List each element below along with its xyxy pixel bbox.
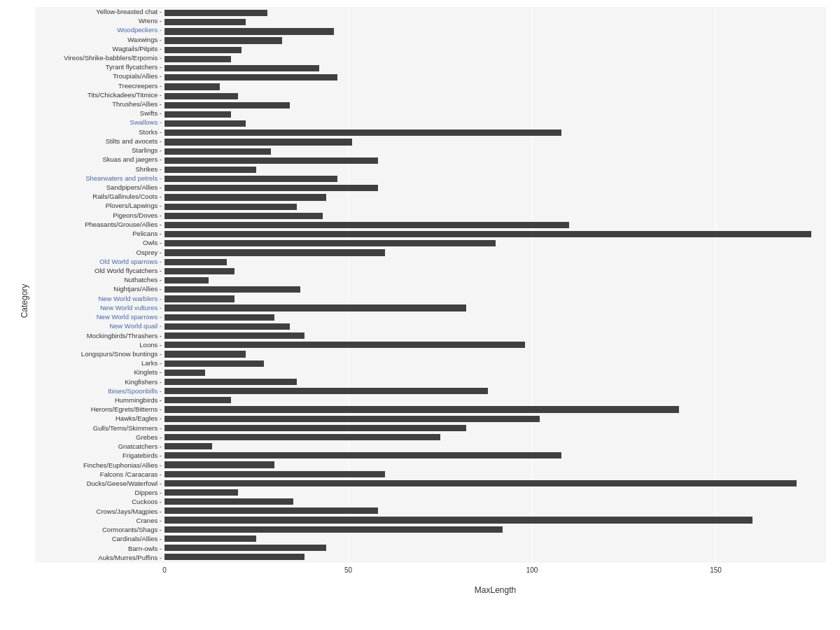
bar <box>164 480 797 486</box>
bar <box>164 416 540 422</box>
bar <box>164 37 282 43</box>
bar <box>164 93 238 99</box>
y-label: Finches/Euphonias/Allies - <box>35 462 162 469</box>
bar-row <box>164 27 826 36</box>
bar <box>164 379 297 385</box>
bar-row <box>164 377 826 386</box>
y-label: Kingfishers - <box>35 379 162 386</box>
bar-row <box>164 18 826 27</box>
y-label: Skuas and jaegers - <box>35 156 162 163</box>
bar-row <box>164 230 826 239</box>
bar <box>164 194 326 200</box>
y-label: Pheasants/Grouse/Allies - <box>35 221 162 228</box>
bar-row <box>164 534 826 543</box>
y-label: Larks - <box>35 360 162 367</box>
y-axis-label: Category <box>20 284 29 318</box>
bar <box>164 222 569 228</box>
bar-row <box>164 55 826 64</box>
bar-row <box>164 101 826 110</box>
y-label: Cormorants/Shags - <box>35 526 162 533</box>
y-label: Mockingbirds/Thrashers - <box>35 332 162 340</box>
y-label: Tyrant flycatchers - <box>35 64 162 71</box>
bar <box>164 231 811 237</box>
bar <box>164 434 440 440</box>
bar-row <box>164 192 826 202</box>
bar-row <box>164 340 826 349</box>
bar-row <box>164 460 826 469</box>
bar-row <box>164 8 826 18</box>
bar-row <box>164 543 826 552</box>
bar-row <box>164 128 826 137</box>
bar <box>164 213 323 219</box>
bar-row <box>164 442 826 451</box>
y-axis-label-container: Category <box>14 7 35 595</box>
y-label: Rails/Gallinules/Coots - <box>35 193 162 200</box>
y-label: Treecreepers - <box>35 83 162 90</box>
y-label: Osprey - <box>35 249 162 256</box>
bar-row <box>164 156 826 165</box>
bar-row <box>164 248 826 257</box>
y-label: Old World sparrows - <box>35 258 162 265</box>
y-label: Thrushes/Allies - <box>35 101 162 108</box>
bar <box>164 498 293 505</box>
bar <box>164 526 503 533</box>
y-label: Swallows - <box>35 119 162 126</box>
y-label: Vireos/Shrike-babblers/Erpornis - <box>35 55 162 62</box>
y-label: Longspurs/Snow buntings - <box>35 351 162 358</box>
bar <box>164 10 267 16</box>
bar-row <box>164 506 826 515</box>
y-label: Gnatcatchers - <box>35 443 162 450</box>
y-label: Dippers - <box>35 489 162 496</box>
y-label: Wrens - <box>35 18 162 24</box>
bar <box>164 176 337 182</box>
bar-row <box>164 488 826 497</box>
chart-container: Category Yellow-breasted chat -Wrens -Wo… <box>0 0 840 630</box>
bar <box>164 351 246 357</box>
bar-row <box>164 304 826 313</box>
bar-row <box>164 211 826 220</box>
bar-row <box>164 220 826 230</box>
y-label: Stilts and avocets - <box>35 138 162 145</box>
bar-row <box>164 525 826 534</box>
bar <box>164 102 290 108</box>
bar-row <box>164 73 826 82</box>
bar <box>164 111 231 118</box>
bar <box>164 507 378 514</box>
y-label: Pigeons/Doves - <box>35 212 162 219</box>
bar-row <box>164 497 826 506</box>
bar-row <box>164 386 826 396</box>
bar <box>164 56 231 62</box>
bar-row <box>164 433 826 442</box>
bar-row <box>164 515 826 524</box>
bar-row <box>164 479 826 488</box>
bar-row <box>164 165 826 174</box>
chart-body: Category Yellow-breasted chat -Wrens -Wo… <box>14 7 826 595</box>
y-label: Waxwings - <box>35 36 162 43</box>
y-label: Shrikes - <box>35 166 162 173</box>
x-tick-label: 0 <box>162 566 167 574</box>
y-label: Cardinals/Allies - <box>35 536 162 542</box>
x-tick-label: 50 <box>344 566 352 574</box>
bar <box>164 342 525 348</box>
y-label: Grebes - <box>35 434 162 441</box>
bar <box>164 148 271 155</box>
bar-row <box>164 405 826 414</box>
y-label: Frigatebirds - <box>35 452 162 459</box>
bar-row <box>164 183 826 192</box>
y-label: New World warblers - <box>35 295 162 302</box>
y-label: Plovers/Lapwings - <box>35 202 162 209</box>
bar <box>164 295 234 302</box>
bar <box>164 130 561 136</box>
bar <box>164 517 752 523</box>
y-label: Woodpeckers - <box>35 27 162 34</box>
bar-row <box>164 36 826 46</box>
bar-row <box>164 285 826 294</box>
bar-row <box>164 368 826 377</box>
y-label: Wagtails/Pitpits - <box>35 46 162 52</box>
bar <box>164 185 378 191</box>
bar <box>164 314 274 321</box>
y-label: Cranes - <box>35 517 162 524</box>
bar-row <box>164 331 826 340</box>
bar <box>164 277 209 284</box>
bar <box>164 65 319 71</box>
